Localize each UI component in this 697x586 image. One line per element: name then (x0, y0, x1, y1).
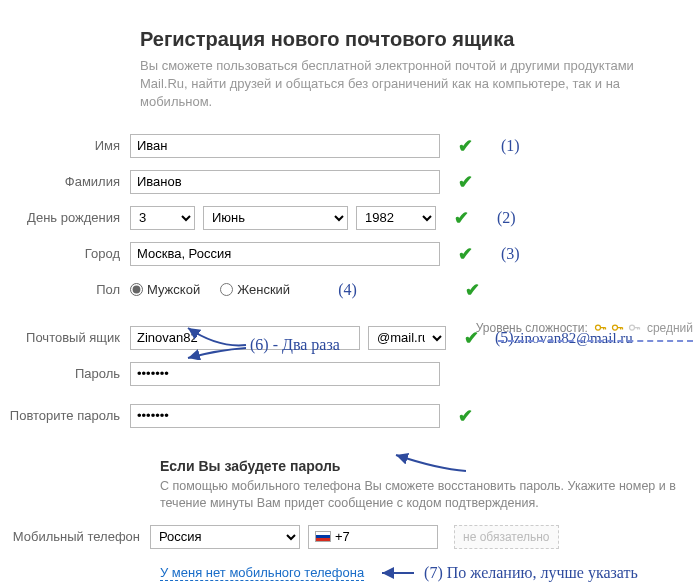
svg-point-1 (612, 325, 617, 330)
phone-country-select[interactable]: Россия (150, 525, 300, 549)
svg-point-2 (629, 325, 634, 330)
label-gender: Пол (0, 282, 130, 297)
radio-input[interactable] (220, 283, 233, 296)
annotation-6: (6) - Два раза (250, 336, 340, 354)
label-phone: Мобильный телефон (0, 529, 150, 544)
forgot-heading: Если Вы забудете пароль (160, 458, 697, 474)
svg-point-0 (595, 325, 600, 330)
check-icon: ✔ (465, 281, 480, 299)
annotation-1: (1) (501, 137, 520, 155)
mailbox-domain-select[interactable]: @mail.ru (368, 326, 446, 350)
gender-male-label: Мужской (147, 282, 200, 297)
phone-input-group[interactable] (308, 525, 438, 549)
annotation-3: (3) (501, 245, 520, 263)
page-title: Регистрация нового почтового ящика (140, 28, 697, 51)
password-input[interactable] (130, 362, 440, 386)
radio-input[interactable] (130, 283, 143, 296)
page-subtitle: Вы сможете пользоваться бесплатной элект… (140, 57, 640, 112)
birthday-year-select[interactable]: 1982 (356, 206, 436, 230)
annotation-7: (7) По желанию, лучше указать (424, 564, 638, 582)
check-icon: ✔ (458, 137, 473, 155)
password2-input[interactable] (130, 404, 440, 428)
optional-label: не обязательно (454, 525, 559, 549)
label-firstname: Имя (0, 138, 130, 153)
gender-male-radio[interactable]: Мужской (130, 282, 200, 297)
password-strength-value: средний (647, 321, 693, 335)
check-icon: ✔ (458, 245, 473, 263)
no-phone-link[interactable]: У меня нет мобильного телефона (160, 565, 364, 581)
strength-underline (498, 340, 693, 342)
gender-female-radio[interactable]: Женский (220, 282, 290, 297)
gender-female-label: Женский (237, 282, 290, 297)
city-input[interactable] (130, 242, 440, 266)
birthday-day-select[interactable]: 3 (130, 206, 195, 230)
phone-code-input[interactable] (335, 527, 415, 547)
label-birthday: День рождения (0, 210, 130, 225)
label-mailbox: Почтовый ящик (0, 330, 130, 345)
label-password: Пароль (0, 366, 130, 381)
label-password2: Повторите пароль (0, 408, 130, 423)
forgot-text: С помощью мобильного телефона Вы сможете… (160, 478, 680, 513)
check-icon: ✔ (458, 173, 473, 191)
label-lastname: Фамилия (0, 174, 130, 189)
firstname-input[interactable] (130, 134, 440, 158)
check-icon: ✔ (454, 209, 469, 227)
annotation-2: (2) (497, 209, 516, 227)
russia-flag-icon (315, 531, 331, 542)
password-strength-label: Уровень сложности: средний (476, 320, 693, 335)
check-icon: ✔ (458, 407, 473, 425)
birthday-month-select[interactable]: Июнь (203, 206, 348, 230)
label-city: Город (0, 246, 130, 261)
lastname-input[interactable] (130, 170, 440, 194)
annotation-4: (4) (338, 281, 357, 299)
